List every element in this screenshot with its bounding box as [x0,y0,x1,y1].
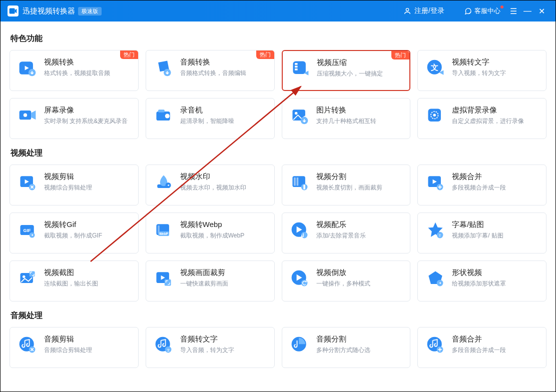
card-desc: 自定义虚拟背景，进行录像 [452,117,524,126]
card-video-to-text[interactable]: 文 视频转文字导入视频，转为文字 [417,50,546,91]
card-video-split[interactable]: 视频分割视频长度切割，画面裁剪 [282,164,411,206]
gif-icon: GIF [17,220,38,241]
card-desc: 一键快速裁剪画面 [180,280,228,288]
audio-text-icon: 文 [153,334,174,356]
card-image-convert[interactable]: 图片转换支持几十种格式相互转 [282,98,411,139]
hot-badge: 热门 [256,50,274,59]
minimize-button[interactable]: — [520,4,534,18]
app-title: 迅捷视频转换器 [23,6,75,16]
svg-rect-37 [303,185,305,190]
card-shape-video[interactable]: 形状视频给视频添加形状遮罩 [417,260,546,302]
svg-marker-1 [15,8,17,13]
virtual-bg-icon [425,106,446,126]
card-subtitle[interactable]: T 字幕/贴图视频添加字幕/ 贴图 [417,212,546,254]
card-title: 音频剪辑 [44,334,92,344]
audio-merge-icon [425,334,446,356]
hot-badge: 热门 [391,51,409,60]
svg-text:WebP: WebP [159,232,168,236]
screenshot-icon [17,268,38,289]
card-audio-to-text[interactable]: 文 音频转文字导入音频，转为文字 [146,327,275,368]
card-desc: 视频去水印，视频加水印 [180,184,246,192]
card-desc: 视频添加字幕/ 贴图 [452,232,503,240]
card-screen-record[interactable]: 屏幕录像实时录制 支持系统&麦克风录音 [10,98,139,139]
video-split-icon [289,172,310,193]
login-button[interactable]: 注册/登录 [403,6,444,16]
card-desc: 连续截图，输出长图 [44,280,98,288]
video-text-icon: 文 [425,58,446,78]
card-audio-merge[interactable]: 音频合并多段音频合并成一段 [417,327,546,368]
svg-rect-0 [10,8,15,14]
svg-rect-10 [295,68,297,70]
svg-rect-8 [295,63,297,65]
card-crop[interactable]: 视频画面裁剪一键快速裁剪画面 [146,260,275,302]
screen-record-icon [17,106,38,126]
card-title: 音频合并 [452,334,506,344]
recorder-icon [153,106,174,126]
help-label: 客服中心 [474,6,500,16]
card-title: 视频压缩 [317,58,383,68]
card-video-music[interactable]: 视频配乐添加/去除背景音乐 [282,212,411,254]
card-video-edit[interactable]: 视频剪辑视频综合剪辑处理 [10,164,139,206]
edition-badge: 极速版 [78,7,102,16]
svg-rect-34 [294,178,296,186]
card-audio-convert[interactable]: 热门 音频转换音频格式转换，音频编辑 [146,50,275,91]
card-title: 形状视频 [452,268,506,278]
card-reverse[interactable]: 视频倒放一键操作，多种模式 [282,260,411,302]
card-title: 字幕/贴图 [452,220,503,230]
card-desc: 截取视频，制作成GIF [44,232,102,240]
card-title: 视频截图 [44,268,98,278]
music-icon [289,220,310,241]
webp-icon: WebP [153,220,174,241]
card-title: 视频分割 [316,172,382,182]
crop-icon [153,268,174,289]
svg-text:T: T [439,234,441,238]
login-label: 注册/登录 [414,6,444,16]
audio-edit-icon [17,334,38,356]
hot-badge: 热门 [120,50,138,59]
svg-text:文: 文 [166,348,170,352]
card-desc: 多段视频合并成一段 [452,184,506,192]
card-desc: 压缩视频大小，一键搞定 [317,70,383,78]
card-recorder[interactable]: 录音机超清录制，智能降噪 [146,98,275,139]
video-edit-icon [17,172,38,193]
card-title: 录音机 [180,106,234,115]
video-merge-icon [425,172,446,193]
subtitle-icon: T [425,220,446,241]
section-audio: 音频处理 [11,310,546,321]
card-video-compress[interactable]: 热门 视频压缩压缩视频大小，一键搞定 [282,50,411,91]
chat-icon [464,8,472,15]
card-title: 视频转换 [44,58,110,67]
section-video: 视频处理 [11,148,546,158]
card-video-convert[interactable]: 热门 视频转换格式转换，视频提取音频 [10,50,139,91]
close-button[interactable]: ✕ [534,4,548,18]
card-desc: 视频综合剪辑处理 [44,184,92,192]
reverse-icon [289,268,310,289]
help-button[interactable]: 客服中心 [464,6,500,16]
card-desc: 截取视频，制作成WebP [180,232,244,240]
card-video-webp[interactable]: WebP 视频转Webp截取视频，制作成WebP [146,212,275,254]
card-title: 视频剪辑 [44,172,92,182]
svg-rect-60 [165,280,171,286]
card-screenshot[interactable]: 视频截图连续截图，输出长图 [10,260,139,302]
card-virtual-bg[interactable]: 虚拟背景录像自定义虚拟背景，进行录像 [417,98,546,139]
shape-icon [425,268,446,289]
svg-rect-20 [158,110,165,112]
card-desc: 多种分割方式随心选 [316,346,370,354]
card-watermark[interactable]: 视频水印视频去水印，视频加水印 [146,164,275,206]
card-desc: 给视频添加形状遮罩 [452,280,506,288]
card-audio-split[interactable]: 音频分割多种分割方式随心选 [282,327,411,368]
audio-split-icon [289,334,310,356]
card-video-merge[interactable]: 视频合并多段视频合并成一段 [417,164,546,206]
svg-point-26 [433,114,436,116]
svg-rect-9 [295,66,297,68]
card-title: 视频倒放 [316,268,370,278]
card-audio-edit[interactable]: 音频剪辑音频综合剪辑处理 [10,327,139,368]
card-title: 虚拟背景录像 [452,106,524,115]
svg-point-22 [295,112,297,114]
card-title: 音频转换 [180,58,246,67]
card-desc: 导入视频，转为文字 [452,69,506,78]
card-video-gif[interactable]: GIF 视频转Gif截取视频，制作成GIF [10,212,139,254]
card-desc: 格式转换，视频提取音频 [44,69,110,78]
card-title: 视频画面裁剪 [180,268,228,278]
menu-button[interactable]: ☰ [506,4,520,18]
